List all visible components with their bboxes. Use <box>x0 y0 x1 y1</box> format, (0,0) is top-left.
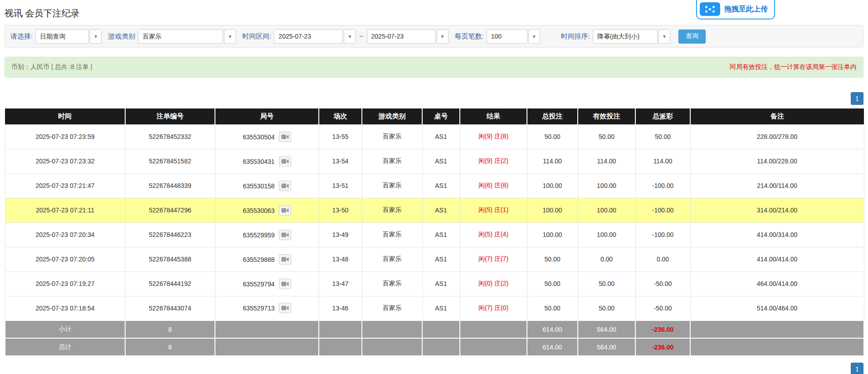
cell-total-bet[interactable]: 100.00 <box>527 198 578 222</box>
subtotal-row: 小计8614.00564.00-236.00 <box>5 320 864 338</box>
result-banker: 庄(7) <box>494 255 508 262</box>
chevron-down-icon[interactable]: ▼ <box>437 30 449 44</box>
cell-payout: 0.00 <box>635 247 690 271</box>
sort-value[interactable]: 降幂(由大到小) <box>593 30 658 44</box>
cell-session: 13-46 <box>319 296 362 320</box>
range-separator: ~ <box>359 33 363 40</box>
cell-total-bet[interactable]: 100.00 <box>527 222 578 247</box>
result-player: 闲(7) <box>478 255 493 262</box>
chevron-down-icon[interactable]: ▼ <box>528 30 540 44</box>
video-replay-icon[interactable] <box>279 279 291 289</box>
page-size-value[interactable]: 100 <box>487 30 527 44</box>
video-replay-icon[interactable] <box>279 254 291 265</box>
top-bar: 视讯 会员下注纪录 拖拽至此上传 <box>0 0 868 25</box>
video-replay-icon[interactable] <box>279 156 291 167</box>
cell-note: 228.00/278.00 <box>690 124 864 149</box>
dice-icon <box>700 2 720 16</box>
summary-bar: 币别：人民币 | 总共 :8 注单 | 同局有效投注，统一计算在该局第一张注单内 <box>5 57 863 78</box>
cell-payout: 114.00 <box>635 149 690 173</box>
sort-select[interactable]: 降幂(由大到小) ▼ <box>593 30 670 44</box>
video-replay-icon[interactable] <box>279 205 291 216</box>
video-replay-icon[interactable] <box>279 303 291 313</box>
table-row: 2025-07-23 07:20:05522678445388635529888… <box>5 247 864 271</box>
result-banker: 庄(1) <box>494 206 508 213</box>
cell-session: 13-50 <box>319 198 362 222</box>
footer-empty <box>215 338 319 356</box>
cell-bet-id: 522678444192 <box>125 271 215 296</box>
cell-time: 2025-07-23 07:23:32 <box>5 149 125 173</box>
cell-note: 214.00/114.00 <box>690 173 864 198</box>
footer-payout: -236.00 <box>635 338 690 356</box>
cell-total-bet[interactable]: 114.00 <box>527 149 578 173</box>
query-type-select[interactable]: 日期查询 ▼ <box>35 30 102 44</box>
footer-empty <box>319 338 362 356</box>
date-to-value[interactable]: 2025-07-23 <box>367 30 436 44</box>
date-from-picker[interactable]: 2025-07-23 ▼ <box>274 30 356 44</box>
cell-result: 闲(9) 庄(8) <box>460 124 527 149</box>
round-number: 635530504 <box>243 133 274 140</box>
cell-round: 635530504 <box>215 124 319 149</box>
table-row: 2025-07-23 07:18:54522678443074635529713… <box>5 296 864 320</box>
cell-result: 闲(6) 庄(8) <box>460 173 527 198</box>
footer-label: 小计 <box>5 320 125 338</box>
cell-bet-id: 522678451582 <box>125 149 215 173</box>
video-replay-icon[interactable] <box>279 132 291 142</box>
cell-time: 2025-07-23 07:18:54 <box>5 296 125 320</box>
round-number: 635530431 <box>243 157 274 165</box>
chevron-down-icon[interactable]: ▼ <box>90 30 102 44</box>
date-from-value[interactable]: 2025-07-23 <box>274 30 343 44</box>
pagination-page-1[interactable]: 1 <box>851 92 863 105</box>
cell-game-type: 百家乐 <box>362 271 422 296</box>
query-type-value[interactable]: 日期查询 <box>35 30 89 44</box>
cell-total-bet[interactable]: 50.00 <box>527 124 578 149</box>
video-replay-icon[interactable] <box>279 181 291 191</box>
game-type-value[interactable]: 百家乐 <box>138 30 223 44</box>
round-number: 635530158 <box>243 182 274 189</box>
cell-game-type: 百家乐 <box>362 247 422 271</box>
search-button[interactable]: 查询 <box>678 30 706 44</box>
upload-dropzone[interactable]: 拖拽至此上传 <box>696 0 775 20</box>
page-size-label: 每页笔数: <box>455 32 484 41</box>
cell-session: 13-49 <box>319 222 362 247</box>
table-header-row: 时间注单编号局号场次游戏类别桌号结果总投注有效投注总派彩备注 <box>5 108 864 124</box>
video-replay-icon[interactable] <box>279 230 291 240</box>
summary-notice: 同局有效投注，统一计算在该局第一张注单内 <box>730 63 857 71</box>
cell-result: 闲(7) 庄(0) <box>460 296 527 320</box>
table-row: 2025-07-23 07:19:27522678444192635529794… <box>5 271 864 296</box>
chevron-down-icon[interactable]: ▼ <box>658 30 670 44</box>
cell-bet-id: 522678443074 <box>125 296 215 320</box>
pagination-page-1[interactable]: 1 <box>851 363 863 374</box>
round-number: 635529959 <box>243 231 274 238</box>
cell-total-bet[interactable]: 100.00 <box>527 173 578 198</box>
result-banker: 庄(2) <box>494 157 508 164</box>
cell-round: 635530431 <box>215 149 319 173</box>
game-type-select[interactable]: 百家乐 ▼ <box>138 30 236 44</box>
footer-count: 8 <box>125 338 215 356</box>
cell-game-type: 百家乐 <box>362 124 422 149</box>
cell-total-bet[interactable]: 50.00 <box>527 247 578 271</box>
summary-currency-count: 币别：人民币 | 总共 :8 注单 | <box>11 63 92 71</box>
cell-bet-id: 522678452332 <box>125 124 215 149</box>
page-size-select[interactable]: 100 ▼ <box>487 30 540 44</box>
cell-table-no: AS1 <box>422 271 460 296</box>
footer-empty <box>460 338 527 356</box>
cell-session: 13-48 <box>319 247 362 271</box>
cell-round: 635529959 <box>215 222 319 247</box>
cell-time: 2025-07-23 07:19:27 <box>5 271 125 296</box>
date-to-picker[interactable]: 2025-07-23 ▼ <box>367 30 449 44</box>
table-row: 2025-07-23 07:23:59522678452332635530504… <box>5 124 864 149</box>
cell-payout: -50.00 <box>635 296 690 320</box>
cell-time: 2025-07-23 07:21:47 <box>5 173 125 198</box>
result-player: 闲(6) <box>478 182 493 189</box>
cell-note: 114.00/228.00 <box>690 149 864 173</box>
cell-game-type: 百家乐 <box>362 198 422 222</box>
cell-total-bet[interactable]: 50.00 <box>527 271 578 296</box>
cell-round: 635530158 <box>215 173 319 198</box>
chevron-down-icon[interactable]: ▼ <box>224 30 236 44</box>
chevron-down-icon[interactable]: ▼ <box>344 30 356 44</box>
cell-bet-id: 522678447296 <box>125 198 215 222</box>
result-player: 闲(7) <box>478 304 493 311</box>
cell-total-bet[interactable]: 50.00 <box>527 296 578 320</box>
cell-payout: -50.00 <box>635 271 690 296</box>
filter-bar: 请选择: 日期查询 ▼ 游戏类别 百家乐 ▼ 时间区间: 2025-07-23 … <box>5 25 863 48</box>
